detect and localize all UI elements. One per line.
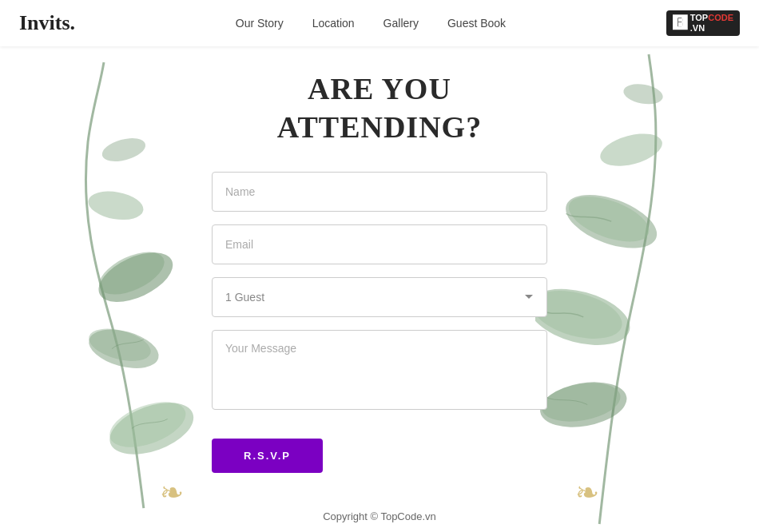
name-input[interactable]: [212, 172, 547, 212]
svg-point-2: [85, 323, 163, 375]
brand-topcode: TOPCODE: [690, 13, 733, 23]
svg-point-10: [537, 376, 630, 434]
rsvp-button[interactable]: R.S.V.P: [212, 439, 323, 473]
ornament-right: ❧: [575, 476, 599, 510]
brand-badge: 🅱 TOPCODE .VN: [666, 10, 740, 36]
svg-point-9: [535, 282, 627, 347]
brand-text: TOPCODE .VN: [690, 13, 733, 34]
svg-point-1: [104, 393, 192, 456]
guests-select[interactable]: 1 Guest 2 Guests 3 Guests 4 Guests 5+ Gu…: [212, 277, 547, 317]
message-textarea[interactable]: [212, 330, 547, 410]
nav-gallery[interactable]: Gallery: [383, 17, 419, 30]
svg-point-0: [103, 392, 200, 464]
form-container: ARE YOUATTENDING? 1 Guest 2 Guests 3 Gue…: [212, 46, 547, 532]
svg-point-13: [563, 188, 655, 251]
logo-dot: .: [70, 11, 76, 34]
leaves-left-decoration: [0, 46, 200, 532]
brand-icon: 🅱: [673, 15, 687, 32]
brand-vn: .VN: [690, 23, 733, 34]
svg-point-11: [538, 377, 623, 427]
logo[interactable]: Invits.: [19, 11, 75, 35]
svg-point-15: [622, 81, 664, 107]
svg-point-4: [91, 242, 180, 312]
copyright: Copyright © TopCode.vn: [0, 510, 759, 522]
ornament-left: ❧: [160, 476, 184, 510]
page-title: ARE YOUATTENDING?: [277, 70, 482, 146]
main-nav: Our Story Location Gallery Guest Book: [236, 17, 506, 30]
main-content: ARE YOUATTENDING? 1 Guest 2 Guests 3 Gue…: [0, 46, 759, 532]
svg-point-7: [100, 134, 149, 165]
logo-text: Invits: [19, 11, 70, 34]
svg-point-8: [535, 279, 636, 355]
svg-point-3: [85, 323, 154, 367]
nav-guest-book[interactable]: Guest Book: [447, 17, 506, 30]
svg-point-14: [597, 128, 666, 172]
rsvp-form: 1 Guest 2 Guests 3 Guests 4 Guests 5+ Gu…: [212, 172, 547, 473]
email-input[interactable]: [212, 224, 547, 264]
leaves-right-decoration: [535, 46, 759, 532]
header: Invits. Our Story Location Gallery Guest…: [0, 0, 759, 46]
nav-our-story[interactable]: Our Story: [236, 17, 284, 30]
svg-point-5: [93, 244, 170, 304]
svg-point-12: [558, 185, 663, 259]
svg-point-6: [86, 188, 146, 224]
nav-location[interactable]: Location: [312, 17, 355, 30]
